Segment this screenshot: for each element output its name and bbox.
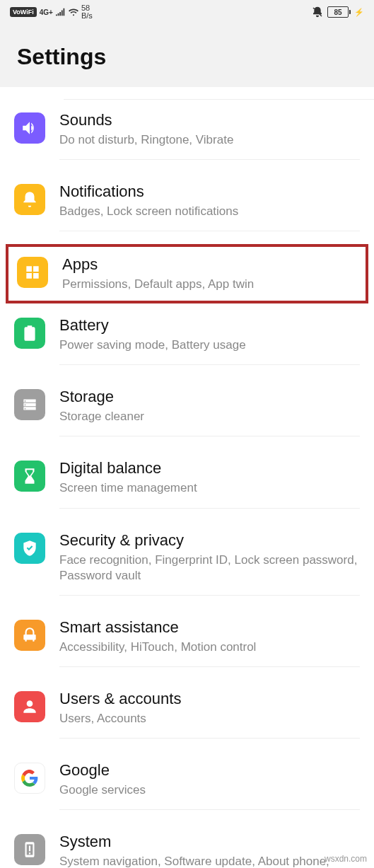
row-content: Smart assistance Accessibility, HiTouch,… xyxy=(59,618,360,667)
item-title: Notifications xyxy=(59,183,360,201)
item-title: Sounds xyxy=(59,111,360,129)
row-content: Users & accounts Users, Accounts xyxy=(59,690,360,739)
status-right: 85 ⚡ xyxy=(312,6,364,18)
item-title: System xyxy=(59,833,360,851)
row-content: Digital balance Screen time management xyxy=(59,459,360,508)
row-content: Apps Permissions, Default apps, App twin xyxy=(62,255,357,301)
row-content: Sounds Do not disturb, Ringtone, Vibrate xyxy=(59,111,360,160)
system-icon xyxy=(14,834,45,865)
settings-item-notifications[interactable]: Notifications Badges, Lock screen notifi… xyxy=(0,171,374,243)
row-content: Storage Storage cleaner xyxy=(59,388,360,436)
wifi-icon xyxy=(69,8,78,16)
row-content: Google Google services xyxy=(59,761,360,810)
charging-icon: ⚡ xyxy=(354,8,364,17)
item-title: Users & accounts xyxy=(59,690,360,708)
row-content: System System navigation, Software updat… xyxy=(59,833,360,868)
settings-item-digital-balance[interactable]: Digital balance Screen time management xyxy=(0,448,374,519)
settings-item-sounds[interactable]: Sounds Do not disturb, Ringtone, Vibrate xyxy=(0,100,374,171)
battery-indicator: 85 xyxy=(327,6,349,18)
item-title: Battery xyxy=(59,316,360,335)
item-title: Storage xyxy=(59,388,360,406)
mute-icon xyxy=(312,6,323,18)
page-header: Settings xyxy=(0,24,374,87)
settings-item-security[interactable]: Security & privacy Face recognition, Fin… xyxy=(0,520,374,607)
item-title: Security & privacy xyxy=(59,531,360,550)
google-icon xyxy=(14,763,45,794)
row-content: Notifications Badges, Lock screen notifi… xyxy=(59,183,360,231)
item-subtitle: Accessibility, HiTouch, Motion control xyxy=(59,640,360,655)
item-subtitle: System navigation, Software update, Abou… xyxy=(59,854,360,868)
item-subtitle: Users, Accounts xyxy=(59,711,360,727)
partial-previous-row xyxy=(64,87,374,100)
row-content: Security & privacy Face recognition, Fin… xyxy=(59,531,360,596)
sounds-icon xyxy=(14,112,45,144)
rate-unit: B/s xyxy=(81,12,93,20)
item-subtitle: Face recognition, Fingerprint ID, Lock s… xyxy=(59,552,360,584)
page-title: Settings xyxy=(17,44,357,70)
status-left: VoWiFi 4G+ 58 B/s xyxy=(10,4,312,20)
row-content: Battery Power saving mode, Battery usage xyxy=(59,316,360,365)
settings-item-users[interactable]: Users & accounts Users, Accounts xyxy=(0,678,374,750)
settings-item-storage[interactable]: Storage Storage cleaner xyxy=(0,376,374,448)
item-subtitle: Do not disturb, Ringtone, Vibrate xyxy=(59,132,360,148)
item-title: Apps xyxy=(62,255,357,274)
status-bar: VoWiFi 4G+ 58 B/s 85 ⚡ xyxy=(0,0,374,24)
item-subtitle: Badges, Lock screen notifications xyxy=(59,204,360,219)
item-title: Google xyxy=(59,761,360,780)
battery-icon xyxy=(14,318,45,349)
settings-item-system[interactable]: System System navigation, Software updat… xyxy=(0,821,374,868)
item-subtitle: Power saving mode, Battery usage xyxy=(59,337,360,353)
item-title: Smart assistance xyxy=(59,618,360,637)
settings-item-apps[interactable]: Apps Permissions, Default apps, App twin xyxy=(17,255,357,301)
apps-icon xyxy=(17,257,48,288)
smart-assistance-icon xyxy=(14,620,45,651)
item-title: Digital balance xyxy=(59,459,360,478)
settings-item-battery[interactable]: Battery Power saving mode, Battery usage xyxy=(0,305,374,376)
data-rate: 58 B/s xyxy=(81,4,93,20)
item-subtitle: Google services xyxy=(59,782,360,798)
storage-icon xyxy=(14,389,45,420)
settings-item-google[interactable]: Google Google services xyxy=(0,750,374,821)
vowifi-badge: VoWiFi xyxy=(10,7,37,17)
digital-balance-icon xyxy=(14,461,45,492)
signal-icon xyxy=(56,8,66,16)
users-icon xyxy=(14,691,45,722)
watermark: wsxdn.com xyxy=(325,854,367,864)
battery-percent: 85 xyxy=(334,8,341,16)
item-subtitle: Storage cleaner xyxy=(59,409,360,424)
security-icon xyxy=(14,533,45,564)
settings-list[interactable]: Sounds Do not disturb, Ringtone, Vibrate… xyxy=(0,87,374,868)
highlight-box: Apps Permissions, Default apps, App twin xyxy=(6,244,368,303)
network-label: 4G+ xyxy=(40,8,53,16)
item-subtitle: Permissions, Default apps, App twin xyxy=(62,277,357,292)
notifications-icon xyxy=(14,184,45,215)
item-subtitle: Screen time management xyxy=(59,480,360,496)
settings-item-smart-assistance[interactable]: Smart assistance Accessibility, HiTouch,… xyxy=(0,607,374,678)
